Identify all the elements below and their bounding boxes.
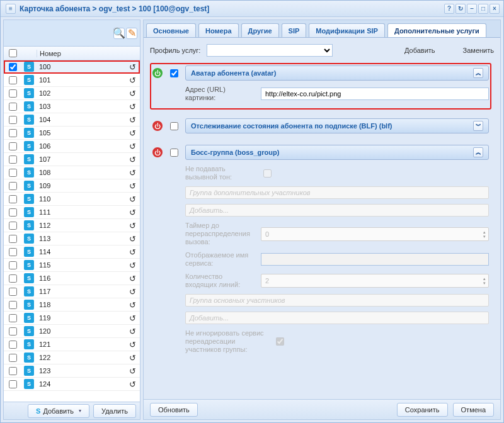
history-icon[interactable]: ↺ <box>125 340 140 349</box>
row-checkbox[interactable] <box>9 301 17 309</box>
history-icon[interactable]: ↺ <box>125 155 140 164</box>
refresh-icon[interactable]: ↻ <box>455 4 466 14</box>
boss-collapse-icon[interactable]: ︽ <box>473 147 483 157</box>
power-off-icon[interactable]: ⏻ <box>152 147 163 157</box>
blf-title-bar[interactable]: Отслеживание состояния абонента по подпи… <box>185 118 489 133</box>
column-number[interactable]: Номер <box>37 50 125 57</box>
select-all-checkbox[interactable] <box>9 49 17 57</box>
avatar-enable-checkbox[interactable] <box>170 69 178 77</box>
table-row[interactable]: S112↺ <box>4 219 140 232</box>
tab-sipmod[interactable]: Модификации SIP <box>309 23 385 37</box>
cancel-button[interactable]: Отмена <box>453 403 494 417</box>
history-icon[interactable]: ↺ <box>125 142 140 151</box>
avatar-url-input[interactable] <box>261 87 489 100</box>
table-row[interactable]: S117↺ <box>4 285 140 298</box>
row-checkbox[interactable] <box>9 235 17 243</box>
profile-replace-link[interactable]: Заменить <box>463 47 494 54</box>
row-checkbox[interactable] <box>9 367 17 375</box>
history-icon[interactable]: ↺ <box>125 234 140 244</box>
power-off-icon[interactable]: ⏻ <box>152 121 163 131</box>
row-checkbox[interactable] <box>9 116 17 124</box>
table-row[interactable]: S123↺ <box>4 364 140 378</box>
history-icon[interactable]: ↺ <box>125 327 140 336</box>
table-row[interactable]: S113↺ <box>4 232 140 245</box>
row-checkbox[interactable] <box>9 327 17 336</box>
table-row[interactable]: S103↺ <box>4 100 140 113</box>
avatar-collapse-icon[interactable]: ︽ <box>473 68 483 78</box>
delete-subscriber-button[interactable]: Удалить <box>93 404 136 418</box>
tab-numbers[interactable]: Номера <box>198 23 239 37</box>
row-checkbox[interactable] <box>9 89 17 98</box>
table-row[interactable]: S114↺ <box>4 245 140 259</box>
history-icon[interactable]: ↺ <box>125 76 140 85</box>
row-checkbox[interactable] <box>9 314 17 322</box>
tab-main[interactable]: Основные <box>146 23 196 37</box>
history-icon[interactable]: ↺ <box>125 89 140 98</box>
row-checkbox[interactable] <box>9 169 17 177</box>
history-icon[interactable]: ↺ <box>125 221 140 230</box>
table-row[interactable]: S101↺ <box>4 74 140 87</box>
history-icon[interactable]: ↺ <box>125 181 140 191</box>
table-row[interactable]: S115↺ <box>4 259 140 272</box>
row-checkbox[interactable] <box>9 195 17 203</box>
app-menu-icon[interactable]: ≡ <box>6 4 16 14</box>
help-icon[interactable]: ? <box>444 4 454 14</box>
row-checkbox[interactable] <box>9 222 17 230</box>
table-row[interactable]: S119↺ <box>4 312 140 325</box>
table-row[interactable]: S100↺ <box>4 60 140 74</box>
save-button[interactable]: Сохранить <box>397 403 448 417</box>
table-row[interactable]: S108↺ <box>4 166 140 179</box>
table-row[interactable]: S116↺ <box>4 272 140 285</box>
history-icon[interactable]: ↺ <box>125 274 140 283</box>
table-row[interactable]: S106↺ <box>4 140 140 153</box>
table-row[interactable]: S121↺ <box>4 338 140 351</box>
row-checkbox[interactable] <box>9 261 17 269</box>
history-icon[interactable]: ↺ <box>125 380 140 389</box>
history-icon[interactable]: ↺ <box>125 128 140 138</box>
avatar-title-bar[interactable]: Аватар абонента (avatar) ︽ <box>185 65 489 81</box>
row-checkbox[interactable] <box>9 380 17 388</box>
table-row[interactable]: S122↺ <box>4 351 140 364</box>
history-icon[interactable]: ↺ <box>125 366 140 376</box>
history-icon[interactable]: ↺ <box>125 353 140 363</box>
row-checkbox[interactable] <box>9 182 17 190</box>
table-row[interactable]: S107↺ <box>4 153 140 166</box>
power-on-icon[interactable]: ⏻ <box>152 68 163 78</box>
boss-enable-checkbox[interactable] <box>170 149 178 157</box>
blf-enable-checkbox[interactable] <box>170 122 178 130</box>
table-row[interactable]: S110↺ <box>4 193 140 206</box>
row-checkbox[interactable] <box>9 103 17 111</box>
table-row[interactable]: S124↺ <box>4 378 140 391</box>
tab-sip[interactable]: SIP <box>282 23 307 37</box>
blf-collapse-icon[interactable]: ︾ <box>473 121 483 131</box>
edit-icon[interactable]: ✎ <box>126 28 137 39</box>
row-checkbox[interactable] <box>9 63 17 71</box>
table-row[interactable]: S105↺ <box>4 127 140 140</box>
row-checkbox[interactable] <box>9 142 17 150</box>
boss-title-bar[interactable]: Босс-группа (boss_group) ︽ <box>185 145 489 160</box>
row-checkbox[interactable] <box>9 354 17 362</box>
history-icon[interactable]: ↺ <box>125 62 140 72</box>
history-icon[interactable]: ↺ <box>125 313 140 323</box>
row-checkbox[interactable] <box>9 248 17 256</box>
history-icon[interactable]: ↺ <box>125 168 140 178</box>
table-row[interactable]: S118↺ <box>4 298 140 312</box>
add-subscriber-button[interactable]: SДобавить <box>28 404 89 418</box>
table-row[interactable]: S120↺ <box>4 325 140 338</box>
history-icon[interactable]: ↺ <box>125 247 140 257</box>
table-row[interactable]: S109↺ <box>4 179 140 193</box>
history-icon[interactable]: ↺ <box>125 208 140 217</box>
table-row[interactable]: S102↺ <box>4 87 140 100</box>
minimize-icon[interactable]: – <box>467 4 477 14</box>
history-icon[interactable]: ↺ <box>125 300 140 310</box>
history-icon[interactable]: ↺ <box>125 102 140 111</box>
row-checkbox[interactable] <box>9 274 17 283</box>
table-row[interactable]: S111↺ <box>4 206 140 219</box>
refresh-button[interactable]: Обновить <box>150 403 198 417</box>
history-icon[interactable]: ↺ <box>125 115 140 125</box>
table-row[interactable]: S104↺ <box>4 113 140 127</box>
tab-other[interactable]: Другие <box>241 23 279 37</box>
profile-select[interactable] <box>207 44 333 57</box>
row-checkbox[interactable] <box>9 129 17 137</box>
history-icon[interactable]: ↺ <box>125 287 140 296</box>
